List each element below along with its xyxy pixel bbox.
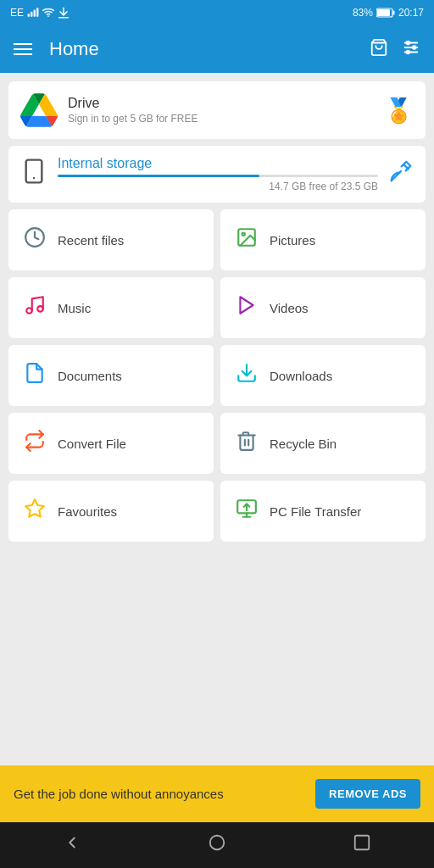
- storage-bar: [58, 175, 259, 177]
- convert-file-label: Convert File: [58, 437, 126, 451]
- documents-item[interactable]: Documents: [8, 345, 214, 406]
- battery-icon: [376, 8, 395, 18]
- svg-rect-0: [28, 14, 30, 17]
- drive-info: Drive Sign in to get 5 GB for FREE: [68, 96, 374, 125]
- svg-rect-8: [392, 11, 394, 15]
- page-title: Home: [49, 38, 370, 60]
- svg-rect-1: [31, 12, 32, 17]
- ad-banner: Get the job done without annoyances REMO…: [0, 765, 434, 822]
- pc-icon: [234, 498, 259, 525]
- header: Home: [0, 25, 434, 73]
- storage-card[interactable]: Internal storage 14.7 GB free of 23.5 GB: [8, 146, 426, 203]
- feature-grid: Recent files Pictures Music Videos: [8, 209, 426, 542]
- svg-point-4: [47, 15, 49, 17]
- svg-rect-33: [354, 836, 369, 850]
- pc-file-transfer-item[interactable]: PC File Transfer: [220, 481, 426, 542]
- svg-marker-23: [240, 297, 253, 314]
- storage-device-icon: [20, 158, 47, 191]
- wifi-icon: [42, 7, 54, 19]
- star-icon: [22, 498, 47, 525]
- status-right: 83% 20:17: [353, 7, 424, 19]
- drive-subtitle: Sign in to get 5 GB for FREE: [68, 113, 374, 125]
- svg-rect-7: [377, 9, 390, 16]
- pc-file-transfer-label: PC File Transfer: [270, 504, 361, 519]
- shop-icon[interactable]: [370, 38, 388, 61]
- svg-rect-3: [36, 8, 38, 17]
- storage-info: Internal storage 14.7 GB free of 23.5 GB: [58, 156, 378, 192]
- battery-text: 83%: [353, 7, 373, 19]
- music-item[interactable]: Music: [8, 277, 214, 338]
- svg-point-14: [413, 46, 416, 49]
- recents-button[interactable]: [353, 833, 371, 857]
- favourites-label: Favourites: [58, 504, 117, 519]
- convert-icon: [22, 430, 47, 457]
- back-button[interactable]: [63, 833, 81, 857]
- svg-point-13: [407, 41, 410, 44]
- videos-item[interactable]: Videos: [220, 277, 426, 338]
- svg-rect-2: [34, 10, 36, 17]
- recent-files-label: Recent files: [58, 233, 124, 248]
- trash-icon: [234, 430, 259, 457]
- drive-logo: [20, 92, 58, 129]
- documents-icon: [22, 362, 47, 389]
- pictures-item[interactable]: Pictures: [220, 209, 426, 270]
- drive-title: Drive: [68, 96, 374, 111]
- clean-icon[interactable]: [388, 159, 414, 190]
- storage-subtitle: 14.7 GB free of 23.5 GB: [58, 181, 378, 192]
- documents-label: Documents: [58, 369, 122, 383]
- svg-point-15: [407, 50, 410, 53]
- pictures-icon: [234, 226, 259, 253]
- drive-card[interactable]: Drive Sign in to get 5 GB for FREE 🏅: [8, 81, 426, 139]
- svg-point-21: [26, 308, 32, 314]
- music-icon: [22, 294, 47, 321]
- status-bar: EE 83% 20:17: [0, 0, 434, 25]
- favourites-item[interactable]: Favourites: [8, 481, 214, 542]
- videos-label: Videos: [270, 301, 309, 315]
- svg-point-32: [210, 836, 225, 850]
- videos-icon: [234, 294, 259, 321]
- recycle-bin-item[interactable]: Recycle Bin: [220, 413, 426, 474]
- ad-text: Get the job done without annoyances: [14, 787, 224, 801]
- convert-file-item[interactable]: Convert File: [8, 413, 214, 474]
- home-button[interactable]: [208, 833, 226, 857]
- remove-ads-button[interactable]: REMOVE ADS: [315, 779, 420, 809]
- recycle-bin-label: Recycle Bin: [270, 437, 337, 451]
- status-left: EE: [10, 7, 70, 19]
- hamburger-menu[interactable]: [14, 43, 32, 55]
- svg-point-22: [37, 306, 43, 312]
- time-text: 20:17: [398, 7, 424, 19]
- carrier-text: EE: [10, 7, 24, 19]
- settings-icon[interactable]: [402, 38, 420, 61]
- recent-files-item[interactable]: Recent files: [8, 209, 214, 270]
- main-content: Drive Sign in to get 5 GB for FREE 🏅 Int…: [0, 73, 434, 765]
- downloads-icon: [234, 362, 259, 389]
- svg-marker-27: [25, 499, 44, 517]
- storage-title: Internal storage: [58, 156, 378, 171]
- storage-bar-container: [58, 175, 378, 177]
- clock-icon: [22, 226, 47, 253]
- download-icon-status: [58, 7, 70, 19]
- downloads-label: Downloads: [270, 369, 332, 383]
- header-icons: [370, 38, 420, 61]
- music-label: Music: [58, 301, 91, 315]
- svg-rect-16: [26, 160, 42, 183]
- downloads-item[interactable]: Downloads: [220, 345, 426, 406]
- award-icon: 🏅: [384, 97, 414, 125]
- nav-bar: [0, 822, 434, 868]
- signal-icon: [27, 7, 39, 19]
- pictures-label: Pictures: [270, 233, 315, 248]
- svg-point-20: [242, 233, 245, 236]
